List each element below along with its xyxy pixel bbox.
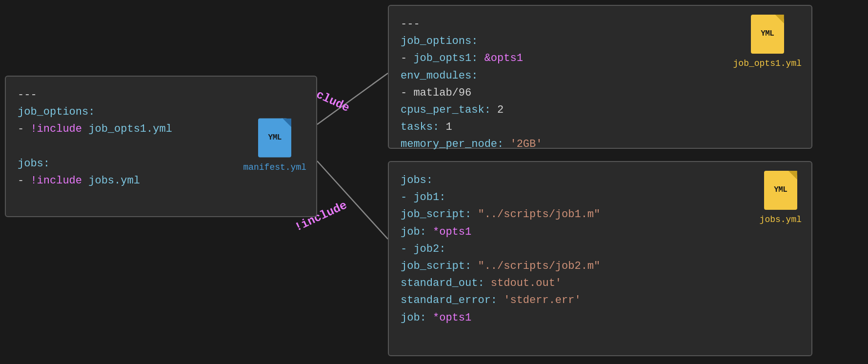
jobs-line-6: job_script: "../scripts/job2.m": [401, 258, 800, 275]
jobopts-yml-paper: YML: [751, 15, 784, 54]
jobs-line-9: job: *opts1: [401, 309, 800, 326]
svg-line-1: [317, 161, 388, 239]
jobopts-line-7: tasks: 1: [401, 119, 800, 136]
jobopts-yml-label: YML: [761, 28, 774, 40]
manifest-yml-icon: YML manifest.yml: [243, 119, 306, 175]
manifest-yml-filename: manifest.yml: [243, 161, 306, 175]
manifest-line-1: ---: [18, 86, 304, 103]
jobs-line-8: standard_error: 'stderr.err': [401, 292, 800, 309]
manifest-line-6: - !include jobs.yml: [18, 172, 304, 189]
jobopts-code-box: --- job_options: - job_opts1: &opts1 env…: [388, 5, 812, 149]
jobs-yml-icon-body: YML: [764, 171, 797, 210]
jobopts-line-5: - matlab/96: [401, 84, 800, 101]
jobs-line-1: jobs:: [401, 172, 800, 189]
jobopts-yml-icon-body: YML: [751, 15, 784, 54]
manifest-yml-paper: YML: [258, 119, 291, 158]
diagram-container: !include !include --- job_options: - !in…: [0, 0, 868, 364]
manifest-yml-label: YML: [268, 132, 282, 144]
jobopts-line-6: cpus_per_task: 2: [401, 101, 800, 119]
jobopts-yml-icon: YML job_opts1.yml: [733, 15, 802, 71]
jobs-yml-icon: YML jobs.yml: [760, 171, 802, 227]
manifest-code-box: --- job_options: - !include job_opts1.ym…: [5, 76, 317, 217]
jobs-yml-label: YML: [774, 184, 787, 197]
jobs-yml-filename: jobs.yml: [760, 213, 802, 227]
jobs-code-box: jobs: - job1: job_script: "../scripts/jo…: [388, 161, 812, 356]
jobopts-yml-filename: job_opts1.yml: [733, 57, 802, 71]
jobs-line-5: - job2:: [401, 241, 800, 258]
manifest-yml-icon-body: YML: [258, 119, 291, 158]
jobs-line-7: standard_out: stdout.out': [401, 275, 800, 292]
jobs-yml-paper: YML: [764, 171, 797, 210]
jobopts-line-8: memory_per_node: '2GB': [401, 136, 800, 153]
jobs-line-4: job: *opts1: [401, 223, 800, 241]
jobs-line-3: job_script: "../scripts/job1.m": [401, 206, 800, 223]
jobs-line-2: - job1:: [401, 189, 800, 206]
